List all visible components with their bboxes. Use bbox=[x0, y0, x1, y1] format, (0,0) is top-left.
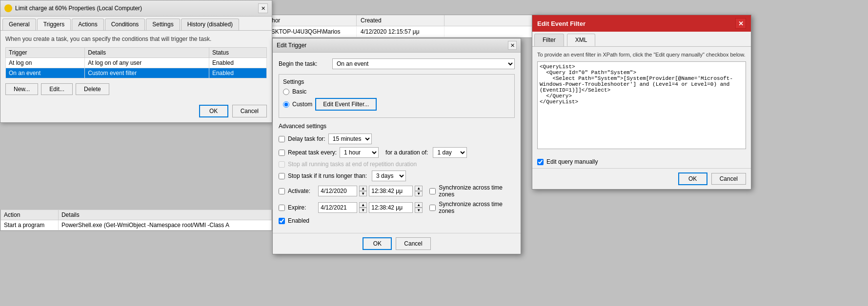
edit-button[interactable]: Edit... bbox=[41, 83, 73, 95]
edit-trigger-title: Edit Trigger bbox=[277, 42, 306, 49]
stop-if-runs-checkbox[interactable] bbox=[279, 173, 285, 179]
repeat-duration-select[interactable]: 1 day bbox=[433, 147, 467, 158]
window-title-area: Limit charge at 60% Properties (Local Co… bbox=[4, 4, 142, 12]
tab-settings[interactable]: Settings bbox=[146, 19, 180, 30]
repeat-task-row: Repeat task every: 1 hour for a duration… bbox=[279, 147, 515, 158]
tab-conditions[interactable]: Conditions bbox=[105, 19, 145, 30]
event-filter-close-button[interactable]: ✕ bbox=[735, 18, 746, 29]
delay-task-select[interactable]: 15 minutes bbox=[328, 134, 372, 144]
trigger-name: On an event bbox=[6, 68, 85, 78]
new-button[interactable]: New... bbox=[5, 83, 38, 95]
expire-date-input[interactable] bbox=[318, 202, 357, 213]
activate-checkbox[interactable] bbox=[279, 188, 285, 194]
expire-date-down[interactable]: ▼ bbox=[359, 208, 367, 213]
activate-date-input[interactable] bbox=[318, 186, 357, 196]
event-filter-footer: OK Cancel bbox=[532, 168, 751, 189]
delay-task-row: Delay task for: 15 minutes bbox=[279, 134, 515, 144]
stop-running-row: Stop all running tasks at end of repetit… bbox=[279, 161, 515, 168]
expire-time-down[interactable]: ▼ bbox=[415, 208, 423, 213]
cancel-button[interactable]: Cancel bbox=[232, 105, 267, 117]
repeat-duration-label: for a duration of: bbox=[385, 149, 428, 156]
enabled-checkbox[interactable] bbox=[279, 218, 285, 224]
delay-task-checkbox[interactable] bbox=[279, 136, 285, 142]
activate-datetime: ▲ ▼ ▲ ▼ bbox=[318, 186, 423, 196]
filter-description: To provide an event filter in XPath form… bbox=[537, 52, 746, 57]
action-details: PowerShell.exe (Get-WmiObject -Namespace… bbox=[58, 220, 271, 230]
tab-triggers[interactable]: Triggers bbox=[37, 19, 71, 30]
filter-tab-xml[interactable]: XML bbox=[567, 34, 596, 46]
tabs-bar: General Triggers Actions Conditions Sett… bbox=[0, 17, 272, 31]
col-details: Details bbox=[58, 210, 271, 220]
expire-date-up[interactable]: ▲ bbox=[359, 202, 367, 208]
edit-trigger-footer: OK Cancel bbox=[273, 233, 521, 254]
sync-activate-checkbox[interactable] bbox=[429, 188, 436, 194]
edit-trigger-ok-button[interactable]: OK bbox=[363, 237, 392, 250]
activate-row: Activate: ▲ ▼ ▲ ▼ Synchronize across tim… bbox=[279, 184, 515, 198]
activate-date-up[interactable]: ▲ bbox=[359, 186, 367, 191]
trigger-details: At log on of any user bbox=[85, 58, 209, 68]
custom-radio[interactable] bbox=[283, 101, 289, 108]
expire-label: Expire: bbox=[288, 204, 315, 211]
activate-time-spin: ▲ ▼ bbox=[415, 186, 423, 196]
action-table-row[interactable]: Start a program PowerShell.exe (Get-WmiO… bbox=[1, 220, 272, 230]
col-details: Details bbox=[85, 48, 209, 58]
trigger-table: Trigger Details Status At log on At log … bbox=[5, 47, 267, 78]
delete-button[interactable]: Delete bbox=[76, 83, 109, 95]
basic-radio-label: Basic bbox=[292, 88, 306, 95]
begin-task-select[interactable]: On an event On a schedule At log on bbox=[332, 58, 515, 69]
sync-activate-label: Synchronize across time zones bbox=[439, 184, 515, 198]
bg-col-created: Created bbox=[357, 15, 444, 26]
event-filter-ok-button[interactable]: OK bbox=[678, 172, 707, 185]
activate-time-input[interactable] bbox=[369, 186, 413, 196]
repeat-task-select[interactable]: 1 hour bbox=[340, 147, 379, 158]
stop-if-runs-select[interactable]: 3 days bbox=[372, 171, 406, 181]
xml-editor[interactable] bbox=[537, 61, 746, 149]
ok-button[interactable]: OK bbox=[199, 105, 228, 117]
activate-date-spin: ▲ ▼ bbox=[359, 186, 367, 196]
trigger-details: Custom event filter bbox=[85, 68, 209, 78]
expire-checkbox[interactable] bbox=[279, 205, 285, 211]
stop-running-label: Stop all running tasks at end of repetit… bbox=[288, 161, 417, 168]
begin-task-row: Begin the task: On an event On a schedul… bbox=[279, 58, 515, 69]
event-filter-cancel-button[interactable]: Cancel bbox=[711, 173, 746, 185]
begin-task-label: Begin the task: bbox=[279, 60, 332, 67]
action-name: Start a program bbox=[1, 220, 59, 230]
tab-actions[interactable]: Actions bbox=[72, 19, 103, 30]
enabled-label: Enabled bbox=[288, 217, 309, 224]
stop-if-runs-row: Stop task if it runs longer than: 3 days bbox=[279, 171, 515, 181]
window-close-button[interactable]: ✕ bbox=[258, 3, 268, 13]
window-title: Limit charge at 60% Properties (Local Co… bbox=[15, 5, 142, 12]
bg-col-author: Author bbox=[259, 15, 357, 26]
expire-time-spin: ▲ ▼ bbox=[415, 202, 423, 213]
activate-time-down[interactable]: ▼ bbox=[415, 191, 423, 196]
stop-running-checkbox[interactable] bbox=[279, 161, 285, 168]
advanced-section: Advanced settings Delay task for: 15 min… bbox=[279, 123, 515, 224]
expire-date-spin: ▲ ▼ bbox=[359, 202, 367, 213]
table-row-selected[interactable]: On an event Custom event filter Enabled bbox=[6, 68, 267, 78]
edit-trigger-content: Begin the task: On an event On a schedul… bbox=[273, 53, 521, 233]
event-filter-title: Edit Event Filter bbox=[537, 20, 585, 27]
activate-time-up[interactable]: ▲ bbox=[415, 186, 423, 191]
event-filter-titlebar: Edit Event Filter ✕ bbox=[532, 15, 751, 32]
expire-time-up[interactable]: ▲ bbox=[415, 202, 423, 208]
trigger-status: Enabled bbox=[209, 68, 266, 78]
delay-task-label: Delay task for: bbox=[288, 135, 325, 142]
edit-trigger-close-button[interactable]: ✕ bbox=[508, 41, 517, 50]
trigger-buttons-row: New... Edit... Delete bbox=[5, 83, 267, 95]
edit-event-filter-button[interactable]: Edit Event Filter... bbox=[315, 98, 377, 111]
tab-history[interactable]: History (disabled) bbox=[181, 19, 239, 30]
stop-if-runs-label: Stop task if it runs longer than: bbox=[288, 172, 367, 179]
expire-time-input[interactable] bbox=[369, 202, 413, 213]
task-properties-window: Limit charge at 60% Properties (Local Co… bbox=[0, 0, 272, 123]
filter-tab-filter[interactable]: Filter bbox=[534, 34, 564, 46]
basic-radio[interactable] bbox=[283, 89, 289, 95]
edit-trigger-cancel-button[interactable]: Cancel bbox=[396, 237, 430, 250]
col-trigger: Trigger bbox=[6, 48, 85, 58]
activate-date-down[interactable]: ▼ bbox=[359, 191, 367, 196]
edit-manually-checkbox[interactable] bbox=[537, 159, 544, 165]
sync-expire-checkbox[interactable] bbox=[429, 205, 436, 211]
table-row[interactable]: At log on At log on of any user Enabled bbox=[6, 58, 267, 68]
edit-manually-label: Edit query manually bbox=[546, 158, 598, 165]
repeat-task-checkbox[interactable] bbox=[279, 150, 285, 156]
tab-general[interactable]: General bbox=[2, 19, 36, 30]
